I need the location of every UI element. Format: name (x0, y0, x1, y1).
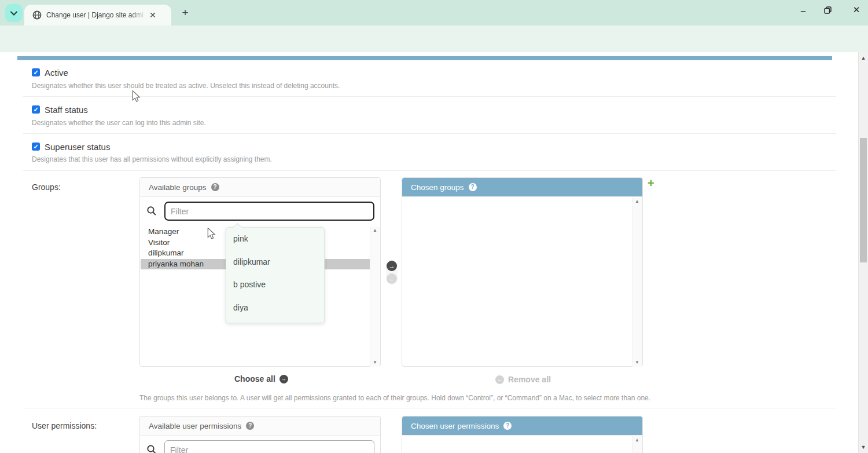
choose-all-arrow-icon: → (279, 375, 288, 383)
remove-all-arrow-icon: ← (495, 375, 504, 384)
scrollbar-thumb[interactable] (860, 138, 867, 262)
remove-all-label: Remove all (508, 375, 551, 384)
scroll-down-icon[interactable]: ▼ (859, 445, 868, 450)
available-user-permissions-title: Available user permissions (149, 422, 241, 430)
active-help: Designates whether this user should be t… (32, 82, 340, 90)
permissions-filter-input[interactable] (164, 440, 374, 453)
move-left-button[interactable]: ← (387, 273, 397, 284)
staff-status-checkbox[interactable]: ✓ (32, 105, 40, 114)
active-checkbox[interactable]: ✓ (32, 68, 40, 76)
chosen-user-permissions-scrollbar[interactable]: ▲ (632, 436, 642, 453)
available-groups-scrollbar[interactable]: ▲ ▼ (370, 226, 380, 367)
divider (23, 96, 836, 97)
search-icon (146, 444, 157, 453)
minimize-button[interactable]: – (797, 5, 809, 15)
browser-toolbar: ← → 127.0.0.1:8000/admin/auth/user/6/cha… (0, 25, 868, 52)
tab-title: Change user | Django site admi (46, 11, 146, 19)
browser-tab[interactable]: Change user | Django site admi ✕ (24, 5, 171, 25)
chosen-user-permissions-box: Chosen user permissions ? ▲ (402, 416, 643, 453)
choose-all-label: Choose all (234, 374, 275, 383)
chosen-groups-box: Chosen groups ? ▲ ▼ (402, 177, 643, 367)
restore-icon (824, 6, 832, 14)
choose-all-link[interactable]: Choose all → (234, 374, 288, 383)
scroll-up-icon[interactable]: ▲ (635, 438, 639, 443)
groups-filter-row (140, 197, 380, 225)
close-window-button[interactable]: ✕ (851, 5, 862, 15)
remove-all-link[interactable]: ← Remove all (495, 375, 551, 384)
chosen-groups-title: Chosen groups (411, 183, 464, 192)
superuser-status-checkbox[interactable]: ✓ (32, 143, 40, 151)
autocomplete-option[interactable]: dilipkumar (226, 251, 324, 274)
available-user-permissions-box: Available user permissions ? (139, 416, 381, 453)
scroll-up-icon[interactable]: ▲ (635, 199, 639, 204)
available-groups-header: Available groups ? (140, 178, 380, 197)
scroll-up-icon[interactable]: ▲ (373, 228, 377, 233)
scroll-up-icon[interactable]: ▲ (859, 56, 868, 60)
divider (23, 408, 836, 408)
user-permissions-field-label: User permissions: (32, 421, 97, 430)
permissions-filter-row (140, 436, 380, 453)
chosen-groups-header: Chosen groups ? (402, 178, 642, 197)
tab-strip: Change user | Django site admi ✕ + – ✕ (0, 0, 868, 25)
browser-window: Change user | Django site admi ✕ + – ✕ ←… (0, 0, 868, 453)
divider (23, 133, 836, 134)
available-groups-title: Available groups (149, 183, 207, 192)
page-scrollbar[interactable]: ▲ ▼ (858, 52, 868, 453)
tab-close-icon[interactable]: ✕ (149, 11, 156, 19)
new-tab-button[interactable]: + (178, 6, 192, 20)
maximize-button[interactable] (824, 6, 836, 14)
staff-status-help: Designates whether the user can log into… (32, 119, 206, 127)
django-change-user-page: ✓ Active Designates whether this user sh… (0, 52, 868, 453)
groups-filter-input[interactable] (164, 202, 374, 221)
search-icon (146, 206, 157, 216)
add-group-icon[interactable]: + (648, 177, 654, 190)
superuser-status-help: Designates that this user has all permis… (32, 155, 272, 163)
groups-help: The groups this user belongs to. A user … (139, 394, 660, 402)
move-buttons: → ← (386, 260, 398, 284)
autocomplete-option[interactable]: pink (226, 228, 324, 251)
chosen-user-permissions-title: Chosen user permissions (411, 422, 499, 430)
chosen-user-permissions-header: Chosen user permissions ? (402, 417, 642, 436)
available-user-permissions-header: Available user permissions ? (140, 417, 380, 436)
scroll-down-icon[interactable]: ▼ (373, 360, 377, 365)
autocomplete-option[interactable]: b postive (226, 273, 324, 297)
chosen-groups-scrollbar[interactable]: ▲ ▼ (632, 198, 642, 367)
staff-status-label[interactable]: Staff status (45, 105, 88, 115)
move-right-button[interactable]: → (387, 261, 397, 271)
help-question-icon[interactable]: ? (503, 422, 512, 430)
help-question-icon[interactable]: ? (246, 422, 254, 430)
active-label[interactable]: Active (45, 68, 68, 78)
globe-favicon-icon (32, 10, 42, 20)
divider (23, 170, 836, 171)
filter-autocomplete-dropdown: pink dilipkumar b postive diya (226, 227, 325, 323)
chevron-down-icon (10, 11, 17, 16)
help-question-icon[interactable]: ? (211, 183, 219, 191)
autocomplete-option[interactable]: diya (226, 297, 324, 320)
groups-field-label: Groups: (32, 182, 61, 192)
module-header-bar (17, 56, 832, 60)
help-question-icon[interactable]: ? (469, 183, 477, 191)
superuser-status-label[interactable]: Superuser status (45, 142, 110, 152)
tab-search-button[interactable] (5, 4, 23, 22)
scroll-down-icon[interactable]: ▼ (635, 360, 639, 365)
